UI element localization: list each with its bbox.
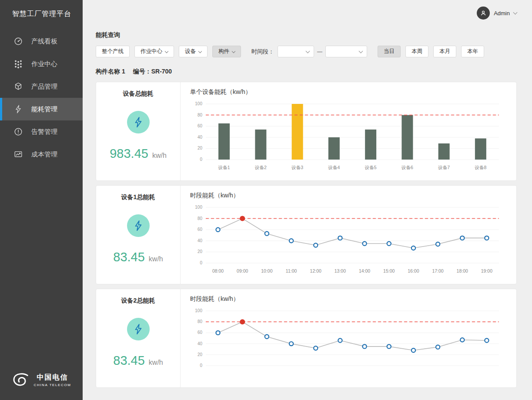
app-title: 智慧工厂管理平台 — [0, 0, 83, 19]
svg-text:13:00: 13:00 — [335, 268, 346, 273]
sidebar-item-alarm-management[interactable]: 告警管理 — [0, 120, 83, 143]
time-range-label: 时间段： — [251, 48, 274, 56]
sidebar-item-cost-management[interactable]: 成本管理 — [0, 143, 83, 166]
stat-panel: 设备总能耗 983.45 kw/h — [96, 82, 181, 180]
filter-component-dropdown[interactable]: 构件 — [212, 46, 241, 57]
svg-text:设备4: 设备4 — [328, 165, 340, 170]
range-separator: — — [317, 49, 322, 55]
chart-panel: 单个设备能耗（kw/h） 020406080100设备1设备2设备3设备4设备5… — [181, 82, 516, 180]
filter-row: 整个产线 作业中心 设备 构件 时间段： — 当日 本周 — [96, 46, 517, 57]
stat-unit: kw/h — [152, 152, 167, 160]
filter-label: 整个产线 — [102, 48, 124, 55]
filter-device-dropdown[interactable]: 设备 — [179, 46, 207, 57]
lightning-icon — [132, 323, 144, 335]
svg-text:18:00: 18:00 — [457, 268, 468, 273]
stat-value: 83.45 — [113, 250, 145, 264]
device2-hourly-line-chart: 020406080100 — [190, 307, 505, 373]
svg-text:0: 0 — [200, 363, 202, 368]
svg-text:17:00: 17:00 — [432, 268, 443, 273]
selected-component-row: 构件名称 1 编号：SR-700 — [96, 68, 517, 76]
period-year-button[interactable]: 本年 — [461, 46, 484, 57]
filter-operation-center-dropdown[interactable]: 作业中心 — [134, 46, 174, 57]
stat-unit: kw/h — [149, 359, 163, 367]
sidebar-item-label: 能耗管理 — [31, 105, 57, 113]
period-today-button[interactable]: 当日 — [378, 46, 401, 57]
svg-text:80: 80 — [197, 216, 203, 221]
logo-text-en: CHINA TELECOM — [34, 383, 71, 387]
period-label: 本月 — [439, 48, 450, 55]
sidebar-nav: 产线看板 作业中心 产品管理 — [0, 30, 83, 166]
cube-icon — [13, 81, 23, 92]
svg-text:设备7: 设备7 — [438, 165, 450, 170]
device1-hourly-line-chart: 02040608010008:0009:0010:0011:0012:0013:… — [190, 203, 505, 280]
period-label: 本周 — [412, 48, 422, 55]
svg-text:11:00: 11:00 — [286, 268, 297, 273]
telecom-swirl-icon — [12, 372, 30, 388]
chevron-down-icon — [198, 49, 202, 53]
avatar[interactable] — [477, 7, 490, 20]
svg-text:14:00: 14:00 — [359, 268, 370, 273]
gauge-icon — [13, 36, 23, 47]
period-month-button[interactable]: 本月 — [433, 46, 456, 57]
svg-text:设备8: 设备8 — [474, 165, 486, 170]
china-telecom-logo: 中国电信 CHINA TELECOM — [0, 372, 83, 388]
svg-text:08:00: 08:00 — [212, 268, 224, 273]
period-label: 本年 — [467, 48, 478, 55]
svg-text:设备2: 设备2 — [254, 165, 267, 170]
chart-title: 时段能耗（kw/h） — [190, 192, 505, 200]
topbar: Admin — [96, 0, 517, 26]
time-range-end-select[interactable] — [325, 46, 367, 57]
chevron-down-icon — [306, 49, 310, 53]
svg-text:设备6: 设备6 — [401, 165, 413, 170]
device2-energy-card: 设备2总能耗 83.45 kw/h 时段能耗（kw/h） 02040608010… — [96, 289, 517, 388]
chevron-down-icon — [232, 49, 235, 53]
svg-text:0: 0 — [200, 157, 202, 162]
lightning-icon — [132, 220, 144, 232]
period-label: 当日 — [384, 48, 395, 55]
svg-text:10:00: 10:00 — [261, 268, 272, 273]
svg-text:19:00: 19:00 — [481, 268, 492, 273]
sidebar-item-label: 产线看板 — [31, 37, 57, 46]
sidebar-item-production-line-board[interactable]: 产线看板 — [0, 30, 83, 53]
stat-title: 设备2总能耗 — [121, 297, 155, 305]
stat-panel: 设备2总能耗 83.45 kw/h — [96, 289, 181, 387]
svg-text:20: 20 — [197, 352, 203, 357]
svg-text:40: 40 — [197, 238, 203, 243]
filter-label: 构件 — [218, 48, 229, 55]
svg-text:80: 80 — [197, 113, 203, 117]
sidebar-item-operation-center[interactable]: 作业中心 — [0, 53, 83, 75]
energy-icon-circle — [127, 214, 150, 237]
svg-text:16:00: 16:00 — [408, 268, 419, 273]
sidebar-item-label: 成本管理 — [31, 150, 57, 159]
stat-title: 设备总能耗 — [123, 90, 154, 98]
time-range-start-select[interactable] — [278, 46, 314, 57]
svg-text:40: 40 — [197, 341, 203, 346]
period-week-button[interactable]: 本周 — [405, 46, 428, 57]
sidebar-item-energy-management[interactable]: 能耗管理 — [0, 98, 83, 120]
page-title: 能耗查询 — [96, 31, 517, 39]
svg-text:100: 100 — [195, 101, 202, 106]
svg-text:40: 40 — [197, 135, 203, 140]
svg-text:20: 20 — [197, 146, 203, 150]
device-energy-bar-chart: 020406080100设备1设备2设备3设备4设备5设备6设备7设备8 — [190, 100, 505, 176]
svg-text:60: 60 — [197, 330, 203, 335]
alert-icon — [13, 127, 23, 137]
stat-title: 设备1总能耗 — [121, 193, 155, 201]
energy-icon-circle — [127, 111, 150, 133]
user-icon — [479, 9, 487, 17]
svg-text:15:00: 15:00 — [383, 268, 395, 273]
filter-whole-line-button[interactable]: 整个产线 — [96, 46, 130, 57]
sidebar-item-product-management[interactable]: 产品管理 — [0, 75, 83, 98]
sidebar-item-label: 作业中心 — [31, 60, 57, 68]
chevron-down-icon — [359, 49, 363, 53]
chevron-down-icon — [165, 49, 168, 53]
chevron-down-icon[interactable] — [513, 10, 518, 15]
svg-text:60: 60 — [197, 227, 203, 232]
total-energy-card: 设备总能耗 983.45 kw/h 单个设备能耗（kw/h） 020406080… — [96, 82, 517, 181]
svg-text:0: 0 — [200, 260, 202, 265]
user-name[interactable]: Admin — [494, 10, 510, 17]
svg-text:09:00: 09:00 — [237, 268, 248, 273]
svg-text:100: 100 — [195, 308, 202, 313]
main-content: Admin 能耗查询 整个产线 作业中心 设备 构件 时间段： — 当日 — [83, 0, 532, 400]
stat-panel: 设备1总能耗 83.45 kw/h — [96, 186, 181, 284]
